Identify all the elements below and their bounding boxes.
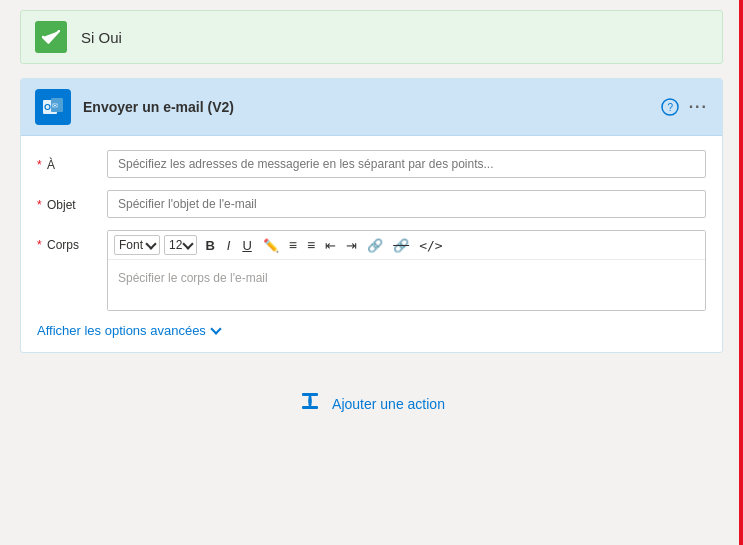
unlink-icon[interactable]: 🔗 bbox=[390, 236, 412, 255]
svg-text:O: O bbox=[44, 102, 51, 112]
outlook-icon: O ✉ bbox=[41, 95, 65, 119]
to-label: * À bbox=[37, 150, 107, 172]
to-input[interactable] bbox=[107, 150, 706, 178]
email-card-title: Envoyer un e-mail (V2) bbox=[83, 99, 661, 115]
subject-row: * Objet bbox=[37, 190, 706, 218]
required-star-subject: * bbox=[37, 198, 42, 212]
checkmark-icon bbox=[42, 30, 60, 44]
advanced-options-row: Afficher les options avancées bbox=[37, 323, 706, 338]
svg-text:✉: ✉ bbox=[52, 102, 58, 109]
add-action-label[interactable]: Ajouter une action bbox=[332, 396, 445, 412]
advanced-chevron-icon bbox=[210, 323, 221, 334]
font-selector[interactable]: Font bbox=[114, 235, 160, 255]
rich-text-toolbar: Font 12 B I bbox=[107, 230, 706, 311]
indent-decrease-icon[interactable]: ⇤ bbox=[322, 236, 339, 255]
svg-rect-8 bbox=[302, 406, 318, 409]
add-action-section: Ajouter une action bbox=[298, 369, 445, 428]
add-action-icon bbox=[298, 389, 322, 418]
to-row: * À bbox=[37, 150, 706, 178]
body-editor: Font 12 B I bbox=[107, 230, 706, 311]
body-label-text: Corps bbox=[47, 238, 79, 252]
italic-button[interactable]: I bbox=[223, 236, 235, 255]
email-card-header: O ✉ Envoyer un e-mail (V2) ? ··· bbox=[21, 79, 722, 136]
body-placeholder: Spécifier le corps de l'e-mail bbox=[118, 271, 268, 285]
to-label-text: À bbox=[47, 158, 55, 172]
help-icon[interactable]: ? bbox=[661, 98, 679, 116]
advanced-options-link[interactable]: Afficher les options avancées bbox=[37, 323, 706, 338]
font-size-value: 12 bbox=[169, 238, 182, 252]
bullet-list-icon[interactable]: ≡ bbox=[286, 235, 300, 255]
link-icon[interactable]: 🔗 bbox=[364, 236, 386, 255]
text-color-icon[interactable]: ✏️ bbox=[260, 236, 282, 255]
ordered-list-icon[interactable]: ≡ bbox=[304, 235, 318, 255]
font-chevron-icon bbox=[145, 238, 156, 249]
bold-button[interactable]: B bbox=[201, 236, 218, 255]
advanced-options-label: Afficher les options avancées bbox=[37, 323, 206, 338]
indent-increase-icon[interactable]: ⇥ bbox=[343, 236, 360, 255]
toolbar-top: Font 12 B I bbox=[108, 231, 705, 260]
header-actions: ? ··· bbox=[661, 98, 708, 116]
font-select-label: Font bbox=[119, 238, 143, 252]
underline-button[interactable]: U bbox=[238, 236, 255, 255]
svg-text:?: ? bbox=[667, 102, 673, 113]
page-wrapper: Si Oui O ✉ Envoyer un e-mail (V2) ? bbox=[0, 0, 743, 545]
required-star-to: * bbox=[37, 158, 42, 172]
si-oui-label: Si Oui bbox=[81, 29, 122, 46]
more-options-icon[interactable]: ··· bbox=[689, 98, 708, 116]
email-card: O ✉ Envoyer un e-mail (V2) ? ··· bbox=[20, 78, 723, 353]
email-app-icon: O ✉ bbox=[35, 89, 71, 125]
font-size-selector[interactable]: 12 bbox=[164, 235, 197, 255]
required-star-body: * bbox=[37, 238, 42, 252]
email-card-body: * À * Objet * Corps bbox=[21, 136, 722, 352]
body-row: * Corps Font 12 bbox=[37, 230, 706, 311]
code-icon[interactable]: </> bbox=[416, 236, 445, 255]
body-text-area[interactable]: Spécifier le corps de l'e-mail bbox=[108, 260, 705, 310]
add-action-svg-icon bbox=[298, 389, 322, 413]
subject-input[interactable] bbox=[107, 190, 706, 218]
subject-label-text: Objet bbox=[47, 198, 76, 212]
svg-rect-6 bbox=[302, 393, 318, 396]
svg-rect-9 bbox=[309, 399, 312, 403]
font-size-chevron-icon bbox=[183, 238, 194, 249]
body-label: * Corps bbox=[37, 230, 107, 252]
si-oui-check-icon bbox=[35, 21, 67, 53]
si-oui-card: Si Oui bbox=[20, 10, 723, 64]
subject-label: * Objet bbox=[37, 190, 107, 212]
